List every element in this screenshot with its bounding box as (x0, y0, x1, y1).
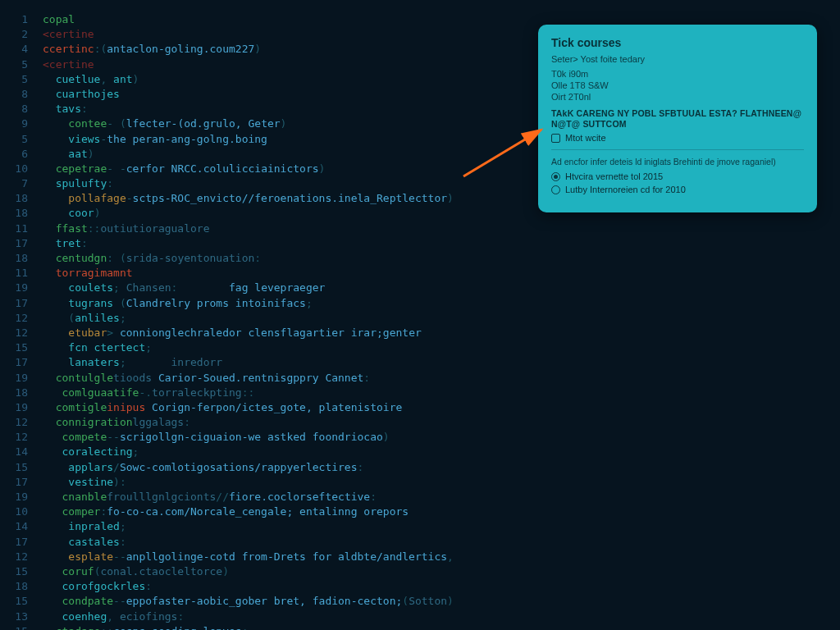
code-line[interactable]: 11 torragimamnt (0, 267, 840, 281)
code-line[interactable]: 18 centudgn: (srida-soyentonuation: (0, 252, 840, 267)
line-number: 19 (0, 281, 43, 294)
code-content[interactable]: applars/Sowc-comlotigosations/rappyerlec… (43, 461, 840, 473)
code-content[interactable]: condpate--eppofaster-aobic_gober bret, f… (43, 595, 840, 607)
code-content[interactable]: ctadage::cosps-seoding lepves: (43, 625, 840, 630)
checkbox-label: Mtot wcite (565, 133, 606, 143)
code-content[interactable]: comper:fo-co-ca.com/Norcale_cengale; ent… (43, 505, 840, 518)
code-content[interactable]: vestine): (43, 476, 840, 488)
code-content[interactable]: coruf(conal.ctaocleltorce) (43, 565, 840, 578)
line-number: 5 (0, 133, 43, 145)
code-content[interactable]: centudgn: (srida-soyentonuation: (43, 252, 840, 264)
code-content[interactable]: coulets; Chansen: fag levepraeger (43, 281, 840, 294)
code-line[interactable]: 10 comper:fo-co-ca.com/Norcale_cengale; … (0, 505, 840, 520)
line-number: 6 (0, 148, 43, 160)
popup-title: Tick courses (551, 36, 804, 49)
line-number: 15 (0, 595, 43, 607)
popup-row: T0k i90m (551, 69, 804, 79)
line-number: 17 (0, 356, 43, 368)
line-number: 10 (0, 162, 43, 175)
line-number: 18 (0, 386, 43, 399)
code-content[interactable]: esplate--anpllgolinge-cotd from-Drets fo… (43, 550, 840, 563)
code-content[interactable]: comlguaatife-.torraleckpting:: (43, 386, 840, 399)
code-content[interactable]: connigrationlggalags: (43, 416, 840, 428)
radio-label: Lutby Internoreien cd for 2010 (565, 185, 686, 194)
code-line[interactable]: 17 tret: (0, 237, 840, 252)
code-line[interactable]: 12 (anliles; (0, 312, 840, 326)
line-number: 8 (0, 88, 43, 100)
line-number: 19 (0, 401, 43, 413)
code-line[interactable]: 13 coenheg, eciofings: (0, 610, 840, 625)
code-content[interactable]: cnanblefroulllgnlgcionts//fiore.coclorse… (43, 491, 840, 503)
code-line[interactable]: 19 coulets; Chansen: fag levepraeger (0, 281, 840, 296)
code-content[interactable]: copal (43, 13, 840, 25)
line-number: 7 (0, 177, 43, 189)
line-number: 17 (0, 297, 43, 309)
line-number: 19 (0, 372, 43, 384)
popup-subtitle: Seter> Yost foite tedary (551, 54, 804, 64)
line-number: 17 (0, 536, 43, 548)
code-content[interactable]: etubar> connionglechraledor clensflagart… (43, 326, 840, 339)
code-content[interactable]: coenheg, eciofings: (43, 610, 840, 623)
code-line[interactable]: 18 comlguaatife-.torraleckpting:: (0, 386, 840, 401)
code-line[interactable]: 15 applars/Sowc-comlotigosations/rappyer… (0, 461, 840, 476)
line-number: 17 (0, 476, 43, 488)
radio-selected-icon[interactable] (551, 172, 560, 181)
code-content[interactable]: contulgletioods Carior-Soued.rentnisgppr… (43, 372, 840, 384)
line-number: 14 (0, 520, 43, 532)
popup-radio-b[interactable]: Lutby Internoreien cd for 2010 (551, 185, 804, 194)
code-line[interactable]: 17 tugrans (Clandrelry proms intoinifacs… (0, 297, 840, 312)
popup-radio-a[interactable]: Htvcira vernette tol 2015 (551, 171, 804, 181)
code-line[interactable]: 17 vestine): (0, 476, 840, 491)
code-content[interactable]: compete--scrigollgn-ciguaion-we astked f… (43, 431, 840, 443)
code-content[interactable]: fcn ctertect; (43, 341, 840, 354)
line-number: 15 (0, 461, 43, 473)
line-number: 12 (0, 326, 43, 339)
line-number: 15 (0, 625, 43, 630)
code-line[interactable]: 15 coruf(conal.ctaocleltorce) (0, 565, 840, 580)
line-number: 19 (0, 491, 43, 503)
line-number: 1 (0, 13, 43, 25)
line-number: 10 (0, 505, 43, 518)
code-line[interactable]: 12 etubar> connionglechraledor clensflag… (0, 326, 840, 341)
code-line[interactable]: 14 coralecting; (0, 445, 840, 460)
code-line[interactable]: 19 comtigleinipus Corign-ferpon/ictes_go… (0, 401, 840, 416)
code-line[interactable]: 11 ffast::outiutioragualore (0, 222, 840, 237)
code-line[interactable]: 12 connigrationlggalags: (0, 416, 840, 431)
code-content[interactable]: tugrans (Clandrelry proms intoinifacs; (43, 297, 840, 309)
code-content[interactable]: (anliles; (43, 312, 840, 324)
code-content[interactable]: coralecting; (43, 445, 840, 458)
code-line[interactable]: 17 castales: (0, 536, 840, 550)
line-number: 12 (0, 312, 43, 324)
code-content[interactable]: inpraled; (43, 520, 840, 532)
line-number: 17 (0, 237, 43, 249)
line-number: 11 (0, 267, 43, 279)
popup-row: Olle 1T8 S&W (551, 80, 804, 90)
line-number: 12 (0, 431, 43, 443)
line-number: 18 (0, 192, 43, 204)
code-content[interactable]: ffast::outiutioragualore (43, 222, 840, 235)
line-number: 13 (0, 610, 43, 623)
code-line[interactable]: 15 ctadage::cosps-seoding lepves: (0, 625, 840, 630)
line-number: 12 (0, 416, 43, 428)
code-line[interactable]: 12 compete--scrigollgn-ciguaion-we astke… (0, 431, 840, 445)
code-content[interactable]: comtigleinipus Corign-ferpon/ictes_gote,… (43, 401, 840, 413)
code-line[interactable]: 19 contulgletioods Carior-Soued.rentnisg… (0, 372, 840, 386)
code-content[interactable]: corofgockrles: (43, 580, 840, 592)
code-content[interactable]: torragimamnt (43, 267, 840, 279)
divider (551, 149, 804, 150)
code-content[interactable]: castales: (43, 536, 840, 548)
code-line[interactable]: 12 esplate--anpllgolinge-cotd from-Drets… (0, 550, 840, 565)
checkbox-icon[interactable] (551, 134, 560, 143)
code-line[interactable]: 17 lanaters; inredorr (0, 356, 840, 371)
code-line[interactable]: 15 fcn ctertect; (0, 341, 840, 356)
popup-checkbox-row[interactable]: Mtot wcite (551, 133, 804, 143)
code-line[interactable]: 18 corofgockrles: (0, 580, 840, 595)
code-line[interactable]: 14 inpraled; (0, 520, 840, 535)
radio-icon[interactable] (551, 185, 560, 194)
code-line[interactable]: 19 cnanblefroulllgnlgcionts//fiore.coclo… (0, 491, 840, 505)
code-content[interactable]: lanaters; inredorr (43, 356, 840, 368)
line-number: 11 (0, 222, 43, 235)
popup-row: Oirt 2T0nl (551, 92, 804, 102)
code-line[interactable]: 15 condpate--eppofaster-aobic_gober bret… (0, 595, 840, 609)
code-content[interactable]: tret: (43, 237, 840, 249)
